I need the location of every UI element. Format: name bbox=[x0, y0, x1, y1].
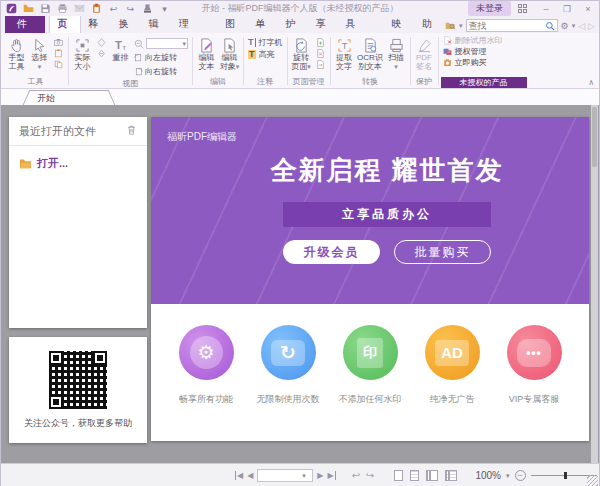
settings-gear-icon[interactable]: ⚙ bbox=[561, 21, 569, 31]
view-group-label: 视图 bbox=[71, 79, 190, 89]
customize-quick-access-button[interactable]: ▾ bbox=[158, 3, 171, 15]
restore-button[interactable]: ❐ bbox=[560, 3, 574, 15]
ad-feature-icon: AD bbox=[425, 325, 480, 380]
print-button[interactable] bbox=[56, 3, 69, 15]
search-input[interactable] bbox=[469, 21, 545, 31]
page-number-caret-icon[interactable]: ▾ bbox=[302, 472, 306, 480]
search-scope-caret-icon[interactable]: ▾ bbox=[459, 22, 463, 30]
open-file-item[interactable]: 打开... bbox=[9, 146, 147, 181]
continuous-facing-view-icon[interactable] bbox=[445, 470, 457, 481]
select-tool-button[interactable]: 选择▾ bbox=[28, 36, 51, 71]
search-scope-icon[interactable] bbox=[445, 20, 456, 31]
resize-grip[interactable] bbox=[587, 475, 598, 486]
history-forward-icon[interactable]: ▷ bbox=[588, 21, 595, 31]
group-separator bbox=[330, 37, 331, 85]
snapshot-icon[interactable] bbox=[53, 37, 64, 47]
qr-panel: 关注公众号，获取更多帮助 bbox=[9, 337, 147, 443]
extract-text-label: 提取文字 bbox=[336, 53, 352, 71]
remove-watermark-icon bbox=[443, 36, 452, 45]
menubar-right: ▾ ⚙ ▾ ◁ ▷ bbox=[445, 19, 595, 33]
edit-text-button[interactable]: 编辑文本 bbox=[195, 36, 218, 71]
stamp-button[interactable] bbox=[141, 3, 154, 15]
hand-tool-button[interactable]: 手型工具 bbox=[5, 36, 28, 71]
ocr-button[interactable]: OCR识别文本 bbox=[356, 36, 385, 71]
close-button[interactable]: × bbox=[581, 3, 595, 15]
zoom-level-text[interactable]: 100% bbox=[475, 470, 501, 481]
zoom-select[interactable]: ▾ bbox=[146, 38, 188, 49]
continuous-view-icon[interactable] bbox=[410, 470, 419, 481]
remove-trial-watermark-button[interactable]: 删除试用水印 bbox=[443, 35, 525, 46]
prev-page-button[interactable]: ◀ bbox=[247, 471, 253, 480]
redo-button[interactable]: ↪ bbox=[124, 3, 137, 15]
ribbon-collapse-icon[interactable]: ∧ bbox=[588, 78, 594, 87]
headset-feature-icon: ••• bbox=[507, 325, 562, 380]
license-manage-button[interactable]: 授权管理 bbox=[443, 46, 525, 57]
extract-pages-icon[interactable] bbox=[315, 59, 326, 69]
email-button[interactable] bbox=[73, 3, 86, 15]
paste-button[interactable] bbox=[90, 3, 103, 15]
zoom-slider-handle[interactable] bbox=[564, 472, 567, 479]
edit-object-icon bbox=[222, 36, 237, 53]
last-page-button[interactable]: ▶ bbox=[327, 471, 335, 480]
first-page-button[interactable]: ◀ bbox=[235, 471, 243, 480]
facing-view-icon[interactable] bbox=[426, 470, 438, 481]
scan-icon bbox=[389, 36, 404, 53]
clipboard-icon[interactable] bbox=[53, 48, 64, 58]
page-number-input[interactable] bbox=[258, 471, 302, 481]
pdf-sign-button[interactable]: PDF签名 bbox=[413, 36, 436, 71]
single-page-view-icon[interactable] bbox=[394, 470, 403, 481]
vertical-scrollbar[interactable] bbox=[591, 105, 598, 463]
history-back-icon[interactable]: ◁ bbox=[578, 21, 585, 31]
banner-headline: 全新启程 耀世首发 bbox=[270, 153, 503, 188]
banner-ribbon-badge: 立享品质办公 bbox=[283, 202, 491, 227]
titlebar-right: 未登录 – ❐ × bbox=[468, 1, 595, 16]
settings-caret-icon[interactable]: ▾ bbox=[572, 22, 576, 30]
typewriter-button[interactable]: T 打字机 bbox=[246, 36, 285, 48]
rotate-left-label: 向左旋转 bbox=[145, 52, 177, 63]
next-view-icon[interactable]: ↪ bbox=[366, 470, 374, 481]
unauthorized-group-label: 未授权的产品 bbox=[441, 77, 527, 88]
insert-pages-icon[interactable] bbox=[315, 37, 326, 47]
upgrade-member-button[interactable]: 升级会员 bbox=[283, 240, 380, 264]
zoom-out-tool-icon[interactable] bbox=[134, 39, 144, 49]
license-manage-label: 授权管理 bbox=[455, 46, 487, 57]
next-page-button[interactable]: ▶ bbox=[317, 471, 323, 480]
rotate-left-button[interactable]: 向左旋转 bbox=[134, 51, 188, 64]
delete-pages-icon[interactable] bbox=[315, 48, 326, 58]
highlight-button[interactable]: T 高亮 bbox=[246, 48, 277, 60]
scan-button[interactable]: 扫描▾ bbox=[385, 36, 408, 71]
remove-watermark-label: 删除试用水印 bbox=[455, 35, 503, 46]
minimize-button[interactable]: – bbox=[539, 3, 553, 15]
login-status-badge[interactable]: 未登录 bbox=[468, 1, 511, 16]
rotate-pages-button[interactable]: 旋转页面▾ bbox=[290, 36, 313, 71]
reflow-button[interactable]: Tт 重排 bbox=[109, 36, 132, 62]
rotate-pages-caret-icon: ▾ bbox=[307, 63, 311, 70]
rotate-right-icon bbox=[134, 67, 143, 76]
typewriter-icon: T bbox=[248, 38, 256, 47]
rotate-right-button[interactable]: 向右旋转 bbox=[134, 65, 188, 78]
extract-text-button[interactable]: T 提取文字 bbox=[333, 36, 356, 71]
fit-page-icon[interactable] bbox=[96, 48, 107, 58]
svg-text:т: т bbox=[122, 43, 126, 52]
edit-object-button[interactable]: 编辑对象▾ bbox=[218, 36, 241, 71]
actual-size-button[interactable]: 实际大小 bbox=[71, 36, 94, 71]
menubar: 文件 主页 注释 转换 编辑 页面管理 视图 表单 保护 共享 辅助工具 放映 … bbox=[1, 16, 599, 33]
clear-recent-trash-icon[interactable] bbox=[126, 124, 137, 138]
scrollbar-thumb[interactable] bbox=[592, 107, 597, 167]
open-button[interactable] bbox=[22, 3, 35, 15]
doc-tab-start[interactable]: 开始 bbox=[33, 90, 105, 105]
buy-now-button[interactable]: 立即购买 bbox=[443, 57, 525, 68]
fit-width-icon[interactable] bbox=[96, 37, 107, 47]
save-button[interactable] bbox=[39, 3, 52, 15]
zoom-caret-icon[interactable]: ▾ bbox=[506, 472, 510, 480]
select-tool-label: 选择 bbox=[32, 53, 48, 62]
paste-special-icon[interactable] bbox=[53, 59, 64, 69]
zoom-out-button[interactable]: − bbox=[515, 470, 526, 481]
rotate-right-label: 向右旋转 bbox=[145, 66, 177, 77]
switch-mode-icon[interactable] bbox=[518, 4, 532, 13]
search-icon[interactable] bbox=[545, 21, 555, 31]
bulk-purchase-button[interactable]: 批量购买 bbox=[394, 240, 491, 264]
page-navigation: ◀ ◀ ▾ ▶ ▶ bbox=[235, 469, 336, 482]
undo-button[interactable]: ↩ bbox=[107, 3, 120, 15]
previous-view-icon[interactable]: ↩ bbox=[352, 470, 360, 481]
